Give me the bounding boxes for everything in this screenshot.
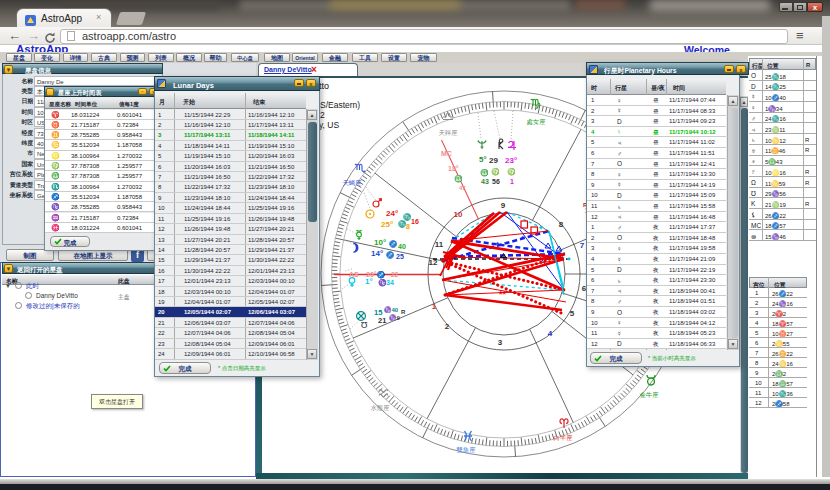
svg-text:5: 5 [570, 309, 575, 318]
svg-text:7: 7 [580, 241, 585, 250]
svg-text:R: R [401, 309, 406, 315]
svg-text:43: 43 [481, 178, 489, 185]
svg-text:♎: ♎ [480, 168, 489, 177]
svg-text:Ω: Ω [360, 320, 367, 330]
svg-text:白羊座: 白羊座 [554, 434, 574, 442]
svg-text:1°: 1° [365, 277, 373, 286]
svg-text:8: 8 [559, 220, 564, 229]
svg-text:處女座: 處女座 [527, 118, 547, 126]
svg-text:14°: 14° [371, 249, 383, 258]
svg-text:18°: 18° [448, 165, 459, 172]
svg-text:47: 47 [459, 185, 466, 191]
svg-text:*: * [539, 224, 543, 234]
svg-text:♍: ♍ [491, 167, 500, 176]
svg-text:5°: 5° [479, 155, 487, 164]
svg-text:10°: 10° [374, 238, 386, 247]
svg-text:25: 25 [396, 253, 404, 260]
svg-text:23°: 23° [505, 156, 517, 165]
svg-text:1: 1 [432, 302, 437, 311]
svg-text:♎: ♎ [454, 174, 463, 183]
svg-text:♑40: ♑40 [384, 306, 399, 314]
svg-text:2: 2 [445, 322, 450, 331]
svg-text:3: 3 [498, 338, 503, 347]
svg-text:25°: 25° [381, 220, 393, 229]
svg-text:56: 56 [492, 178, 500, 185]
svg-text:♑9: ♑9 [389, 314, 400, 322]
svg-text:29: 29 [489, 156, 498, 165]
svg-text:24°: 24° [386, 209, 398, 218]
svg-text:11: 11 [435, 240, 444, 249]
svg-text:16: 16 [411, 218, 419, 225]
svg-text:1: 1 [510, 178, 514, 185]
svg-text:金牛座: 金牛座 [640, 391, 660, 398]
svg-text:10: 10 [454, 210, 463, 219]
svg-text:40: 40 [398, 243, 406, 250]
svg-text:*: * [567, 255, 571, 265]
svg-text:天秤座: 天秤座 [439, 129, 459, 136]
svg-text:♐: ♐ [389, 239, 398, 248]
svg-text:MC: MC [441, 150, 452, 157]
svg-text:34: 34 [386, 279, 394, 286]
svg-text:雙魚座: 雙魚座 [457, 446, 477, 454]
svg-text:AS: AS [349, 271, 359, 278]
svg-text:4: 4 [548, 329, 553, 338]
svg-text:♍: ♍ [507, 167, 516, 176]
svg-text:9: 9 [501, 201, 506, 210]
svg-text:8: 8 [406, 223, 410, 230]
svg-text:♐: ♐ [386, 250, 395, 259]
svg-text:天蝎座: 天蝎座 [343, 179, 363, 186]
svg-text:21: 21 [378, 316, 386, 325]
svg-text:水瓶座: 水瓶座 [371, 404, 391, 412]
svg-text:**: ** [499, 289, 507, 299]
svg-text:22: 22 [391, 271, 399, 278]
